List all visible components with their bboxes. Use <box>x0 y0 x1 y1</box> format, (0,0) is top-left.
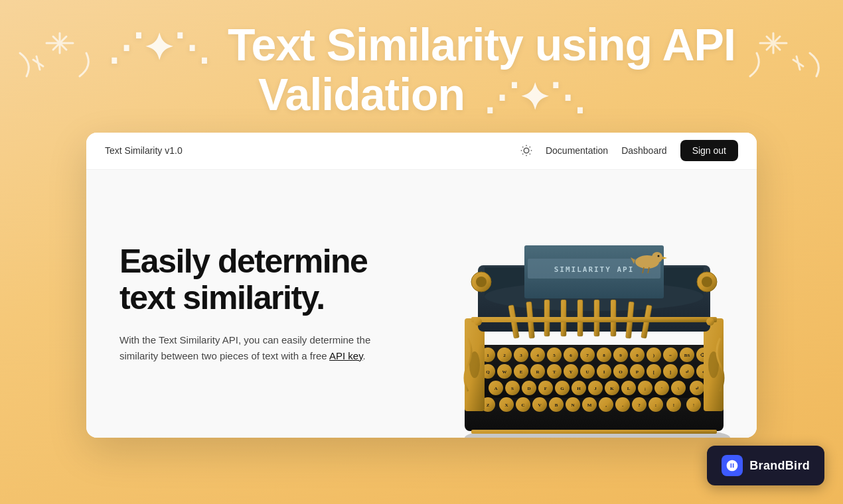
svg-text:↵: ↵ <box>685 369 689 375</box>
svg-point-163 <box>476 277 487 287</box>
sign-out-button[interactable]: Sign out <box>680 140 738 161</box>
svg-point-145 <box>652 252 662 263</box>
svg-text:T: T <box>553 369 556 375</box>
svg-text:H: H <box>577 386 581 391</box>
svg-text:2: 2 <box>503 353 506 358</box>
svg-text:4: 4 <box>536 353 539 358</box>
brand-label: Text Similarity v1.0 <box>105 145 183 156</box>
svg-text:V: V <box>538 403 541 408</box>
svg-text:Q: Q <box>486 369 490 375</box>
typewriter-illustration: 123 456 789 0)= BS⌫ QWE RTY U <box>422 170 757 438</box>
svg-text:J: J <box>594 386 597 391</box>
svg-text:X: X <box>504 403 508 408</box>
svg-line-19 <box>522 154 523 155</box>
svg-text:B: B <box>555 403 558 408</box>
brandbird-label: BrandBird <box>749 459 810 473</box>
svg-text:5: 5 <box>553 353 556 358</box>
hero-title-area: ⋰✦⋱ Text Similarity using API Validation… <box>0 0 843 133</box>
svg-text:6: 6 <box>570 353 572 358</box>
svg-text:P: P <box>636 369 639 375</box>
svg-point-165 <box>702 277 712 287</box>
svg-text:N: N <box>571 403 574 408</box>
svg-text:A: A <box>494 386 497 391</box>
main-card: Text Similarity v1.0 Documentation Dashb… <box>86 133 757 438</box>
svg-line-16 <box>530 154 530 155</box>
svg-text:0: 0 <box>636 353 639 358</box>
svg-text::: : <box>655 403 656 408</box>
svg-point-147 <box>658 255 660 257</box>
svg-text:C: C <box>521 403 524 408</box>
svg-text:F: F <box>544 386 547 391</box>
svg-line-20 <box>530 147 530 147</box>
svg-line-15 <box>522 147 523 147</box>
svg-text:8: 8 <box>603 353 605 358</box>
svg-text:O: O <box>619 369 623 375</box>
theme-toggle[interactable] <box>520 145 532 157</box>
svg-text:Y: Y <box>569 369 572 375</box>
documentation-link[interactable]: Documentation <box>546 145 608 156</box>
card-description: With the Text Similarity API, you can ea… <box>119 332 372 364</box>
svg-rect-160 <box>471 317 717 322</box>
svg-text:!: ! <box>673 403 674 408</box>
deco-right: ⋰✦⋱ <box>483 77 585 118</box>
svg-text:': ' <box>661 386 662 391</box>
svg-text:D: D <box>527 386 530 391</box>
page-title: ⋰✦⋱ Text Similarity using API Validation… <box>13 20 830 119</box>
dashboard-link[interactable]: Dashboard <box>621 145 667 156</box>
svg-text:BS: BS <box>684 353 690 358</box>
brandbird-icon <box>722 455 743 476</box>
svg-text:3: 3 <box>520 353 522 358</box>
svg-text:K: K <box>610 386 614 391</box>
svg-text:↑: ↑ <box>692 403 695 408</box>
brandbird-badge[interactable]: BrandBird <box>707 446 824 485</box>
card-body: Easily determine text similarity. With t… <box>86 170 757 438</box>
navbar: Text Similarity v1.0 Documentation Dashb… <box>86 133 757 170</box>
svg-text:G: G <box>560 386 564 391</box>
card-heading: Easily determine text similarity. <box>119 243 388 316</box>
svg-point-166 <box>474 318 482 326</box>
deco-left: ⋰✦⋱ <box>108 27 209 68</box>
svg-text:Z: Z <box>487 403 490 408</box>
svg-point-167 <box>706 318 714 326</box>
api-key-link[interactable]: API key <box>329 350 363 361</box>
svg-marker-146 <box>662 257 667 259</box>
svg-point-12 <box>524 148 529 153</box>
svg-text:↵: ↵ <box>695 386 699 391</box>
svg-text:=: = <box>669 353 672 358</box>
svg-text:L: L <box>627 386 631 391</box>
svg-text:;: ; <box>645 386 646 391</box>
svg-text:]: ] <box>670 369 671 375</box>
svg-text:.: . <box>622 403 623 408</box>
svg-text:?: ? <box>638 403 641 408</box>
sun-icon <box>520 145 532 157</box>
svg-text:U: U <box>585 369 589 375</box>
svg-text:M: M <box>587 403 592 408</box>
svg-text:W: W <box>502 369 507 375</box>
svg-text:I: I <box>603 369 605 375</box>
navbar-right: Documentation Dashboard Sign out <box>520 140 738 161</box>
svg-text:E: E <box>520 369 523 375</box>
svg-text:,: , <box>605 403 607 408</box>
svg-rect-161 <box>471 430 717 434</box>
svg-text:S: S <box>511 386 514 391</box>
svg-text:9: 9 <box>619 353 622 358</box>
brandbird-logo-icon <box>726 459 739 472</box>
svg-text:1: 1 <box>487 353 489 358</box>
card-left: Easily determine text similarity. With t… <box>86 170 422 438</box>
svg-text:SIMILARITY API: SIMILARITY API <box>554 265 635 274</box>
card-right: 123 456 789 0)= BS⌫ QWE RTY U <box>422 170 757 438</box>
svg-text:7: 7 <box>586 353 589 358</box>
